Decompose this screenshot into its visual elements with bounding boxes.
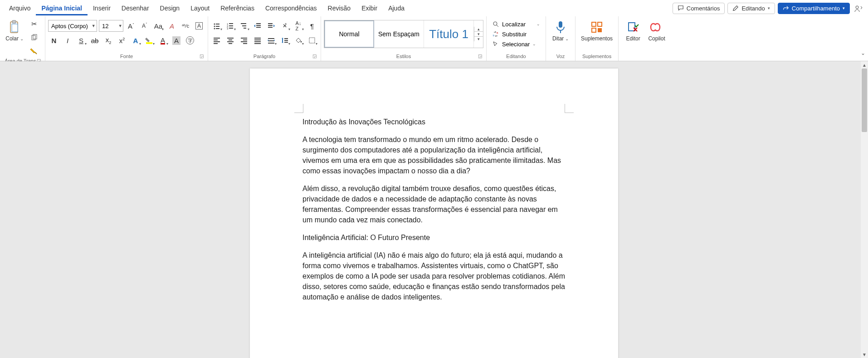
change-case-button[interactable]: Aa	[152, 20, 164, 32]
document-body[interactable]: Introdução às Inovações Tecnológicas A t…	[250, 69, 618, 337]
account-icon[interactable]	[853, 2, 864, 14]
bullets-button[interactable]	[211, 20, 223, 32]
editing-mode-button[interactable]: Editando ▾	[727, 3, 775, 14]
paragraph[interactable]: Inteligência Artificial: O Futuro Presen…	[302, 232, 566, 243]
numbering-button[interactable]: 123	[224, 20, 236, 32]
tab-pagina-inicial[interactable]: Página Inicial	[36, 1, 87, 15]
bold-button[interactable]: N	[48, 34, 60, 46]
shrink-font-button[interactable]: A˅	[139, 20, 151, 32]
justify-button[interactable]	[252, 34, 263, 46]
align-center-button[interactable]	[224, 34, 236, 46]
paste-button[interactable]: Colar	[3, 18, 26, 44]
svg-rect-61	[629, 23, 635, 31]
tab-layout[interactable]: Layout	[185, 1, 215, 15]
superscript-button[interactable]: x2	[116, 34, 128, 46]
svg-rect-35	[229, 43, 232, 44]
svg-point-11	[214, 28, 215, 29]
addins-button[interactable]: Suplementos	[578, 18, 615, 44]
svg-rect-18	[229, 28, 233, 29]
clear-formatting-button[interactable]: A	[166, 20, 178, 32]
decrease-indent-button[interactable]	[252, 20, 263, 32]
sort-button[interactable]: A↓Z	[293, 20, 304, 32]
cut-button[interactable]: ✂	[28, 18, 40, 30]
styles-launcher[interactable]: ◲	[477, 54, 483, 59]
enclose-characters-button[interactable]: 字	[184, 34, 196, 46]
collapse-ribbon-button[interactable]: ⌄	[861, 50, 865, 56]
italic-button[interactable]: I	[62, 34, 73, 46]
borders-icon	[308, 37, 316, 44]
copy-button[interactable]	[28, 32, 40, 44]
comments-button[interactable]: Comentários	[673, 3, 725, 14]
group-label: Estilos	[396, 54, 411, 59]
scroll-up-button[interactable]: ▲	[861, 61, 868, 69]
tab-exibir[interactable]: Exibir	[356, 1, 383, 15]
tab-arquivo[interactable]: Arquivo	[4, 1, 36, 15]
align-left-button[interactable]	[211, 34, 223, 46]
copilot-button[interactable]: Copilot	[645, 18, 668, 44]
asian-layout-button[interactable]: ✕̂	[279, 20, 291, 32]
font-name-input[interactable]	[49, 23, 90, 29]
group-voice: Ditar Voz	[546, 16, 575, 61]
find-button[interactable]: Localizar ⌄	[489, 19, 543, 29]
grow-font-button[interactable]: A˄	[125, 20, 137, 32]
replace-button[interactable]: ba Substituir	[489, 29, 529, 39]
svg-rect-24	[256, 27, 261, 28]
borders-button[interactable]	[306, 34, 318, 46]
show-marks-button[interactable]: ¶	[306, 20, 318, 32]
document-area[interactable]: Introdução às Inovações Tecnológicas A t…	[0, 61, 868, 358]
paragraph-launcher[interactable]: ◲	[312, 54, 317, 59]
format-painter-button[interactable]	[28, 45, 40, 57]
phonetic-guide-button[interactable]: ᵃᵇ⁄c	[180, 20, 191, 32]
gallery-down[interactable]: ▾	[474, 32, 483, 37]
chevron-down-icon[interactable]: ▼	[90, 24, 97, 28]
align-right-button[interactable]	[238, 34, 250, 46]
line-spacing-button[interactable]	[279, 34, 291, 46]
distributed-button[interactable]	[265, 34, 277, 46]
chevron-down-icon[interactable]: ▼	[118, 24, 123, 28]
vertical-scrollbar[interactable]: ▲ ▼	[861, 61, 868, 358]
dictate-button[interactable]: Ditar	[549, 18, 572, 44]
page[interactable]: Introdução às Inovações Tecnológicas A t…	[250, 69, 618, 358]
tab-referencias[interactable]: Referências	[215, 1, 260, 15]
style-heading1[interactable]: Título 1	[424, 20, 474, 48]
share-button[interactable]: Compartilhamento ▾	[778, 3, 850, 14]
paragraph[interactable]: A tecnologia tem transformado o mundo em…	[302, 134, 566, 176]
select-button[interactable]: Selecionar ⌄	[489, 39, 539, 49]
font-name-combo[interactable]: ▼	[48, 20, 97, 32]
style-normal[interactable]: Normal	[324, 20, 374, 48]
align-left-icon	[213, 37, 220, 44]
subscript-button[interactable]: x2	[102, 34, 114, 46]
tab-inserir[interactable]: Inserir	[88, 1, 116, 15]
strikethrough-button[interactable]: ab	[89, 34, 101, 46]
editor-button[interactable]: Editor	[621, 18, 645, 44]
text-effects-button[interactable]: A	[130, 34, 141, 46]
scroll-track[interactable]	[861, 69, 868, 351]
scroll-thumb[interactable]	[862, 69, 867, 132]
gallery-up[interactable]: ▴	[474, 27, 483, 32]
chevron-down-icon: ▾	[768, 6, 770, 10]
font-size-combo[interactable]: ▼	[99, 20, 123, 32]
highlight-button[interactable]	[143, 34, 155, 46]
style-no-spacing[interactable]: Sem Espaçam	[374, 20, 424, 48]
scroll-down-button[interactable]: ▼	[861, 351, 868, 358]
increase-indent-button[interactable]	[265, 20, 277, 32]
paragraph[interactable]: Introdução às Inovações Tecnológicas	[302, 117, 566, 127]
font-launcher[interactable]: ◲	[199, 54, 204, 59]
font-color-button[interactable]: A	[157, 34, 169, 46]
svg-rect-39	[243, 43, 247, 44]
character-shading-button[interactable]: A	[171, 34, 182, 46]
gallery-more[interactable]: ▾	[474, 37, 483, 41]
shading-button[interactable]	[293, 34, 304, 46]
character-border-button[interactable]: A	[193, 20, 205, 32]
svg-rect-19	[241, 23, 246, 24]
tab-design[interactable]: Design	[155, 1, 185, 15]
tab-correspondencias[interactable]: Correspondências	[260, 1, 322, 15]
paragraph[interactable]: Além disso, a revolução digital também t…	[302, 183, 566, 225]
font-size-input[interactable]	[99, 23, 118, 29]
paragraph[interactable]: A inteligência artificial (IA) não é mai…	[302, 250, 566, 302]
multilevel-list-button[interactable]	[238, 20, 250, 32]
tab-desenhar[interactable]: Desenhar	[116, 1, 155, 15]
tab-ajuda[interactable]: Ajuda	[383, 1, 410, 15]
tab-revisao[interactable]: Revisão	[322, 1, 356, 15]
underline-button[interactable]: S	[75, 34, 87, 46]
